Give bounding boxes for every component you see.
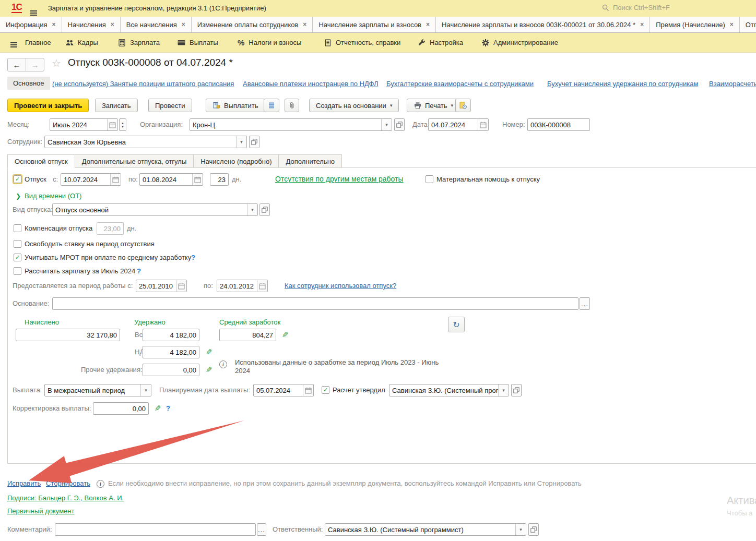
menu-nastroyka[interactable]: Настройка (418, 33, 463, 52)
tab-dopolnitelnye-otpuska[interactable]: Дополнительные отпуска, отгулы (75, 154, 194, 168)
mrot-checkbox[interactable]: ✓ (14, 254, 21, 261)
menu-vyplaty[interactable]: Выплаты (178, 33, 218, 52)
employee-field[interactable]: Савинская Зоя Юрьевна ▾ (44, 136, 247, 148)
create-on-base-button[interactable]: Создать на основании ▾ (309, 99, 399, 112)
nav-osnovnoe[interactable]: Основное (7, 77, 50, 90)
menu-glavnoe[interactable]: Главное (25, 33, 51, 52)
payment-select[interactable]: В межрасчетный период ▾ (44, 384, 151, 396)
chevron-down-icon[interactable]: ▾ (140, 384, 151, 396)
tab-informaciya[interactable]: Информация× (0, 17, 62, 32)
comment-more-button[interactable]: ... (257, 523, 266, 536)
recalculate-button[interactable]: ↻ (448, 317, 465, 332)
org-field[interactable]: Крон-Ц ▾ (190, 118, 392, 131)
time-kind-toggle[interactable]: Вид времени (ОТ) (25, 190, 81, 202)
nav-link-avansovye[interactable]: Авансовые платежи иностранцев по НДФЛ (243, 80, 378, 88)
org-open-button[interactable] (394, 118, 405, 131)
back-button[interactable]: ← (8, 58, 26, 71)
approver-open-button[interactable] (511, 384, 522, 396)
post-button[interactable]: Провести (148, 99, 192, 112)
calc-salary-checkbox[interactable] (14, 267, 21, 275)
global-search[interactable]: Поиск Ctrl+Shift+F (601, 4, 670, 11)
fix-link[interactable]: Исправить (7, 477, 41, 490)
vacation-checkbox[interactable]: ✓ (14, 175, 21, 183)
close-icon[interactable]: × (303, 21, 306, 28)
vacation-to-field[interactable]: 01.08.2024 (139, 173, 203, 186)
nav-link-shtatnoe[interactable]: (не используется) Занятые позиции штатно… (52, 80, 234, 88)
write-button[interactable]: Записать (95, 99, 138, 112)
total-field[interactable]: 4 182,00 (143, 329, 199, 341)
approved-checkbox[interactable]: ✓ (322, 386, 329, 394)
close-icon[interactable]: × (426, 21, 430, 28)
pencil-icon[interactable]: ✎ (206, 346, 212, 358)
comment-field[interactable] (55, 523, 256, 536)
reverse-link[interactable]: Сторнировать (46, 477, 90, 490)
tab-dopolnitelno[interactable]: Дополнительно (278, 154, 342, 168)
month-field[interactable]: Июль 2024 (50, 118, 118, 131)
calendar-icon[interactable] (107, 119, 117, 130)
adjustment-help-icon[interactable]: ? (166, 402, 170, 415)
document-history-button[interactable] (455, 99, 471, 112)
menu-administrirovanie[interactable]: Администрирование (481, 33, 558, 52)
responsible-field[interactable]: Савинская З.Ю. (Системный программист) ▾ (325, 523, 526, 536)
calendar-icon[interactable] (192, 174, 203, 185)
close-icon[interactable]: × (52, 21, 56, 28)
employee-open-button[interactable] (249, 136, 259, 148)
menu-nalogi[interactable]: % Налоги и взносы (238, 33, 301, 52)
material-help-checkbox[interactable] (426, 175, 433, 183)
compensation-days-field[interactable]: 23,00 (97, 222, 124, 235)
mrot-help-icon[interactable]: ? (191, 251, 195, 264)
basis-more-button[interactable]: ... (580, 297, 590, 310)
date-field[interactable]: 04.07.2024 (428, 118, 489, 131)
chevron-down-icon[interactable]: ▾ (247, 204, 257, 215)
forward-button[interactable]: → (26, 58, 44, 71)
chevron-down-icon[interactable]: ▾ (236, 136, 246, 148)
menu-otchetnost[interactable]: Отчетность, справки (324, 33, 400, 52)
chevron-down-icon[interactable]: ▾ (498, 384, 509, 396)
nav-link-buhgalterskie[interactable]: Бухгалтерские взаиморасчеты с сотрудника… (386, 80, 534, 88)
attachments-button[interactable] (285, 99, 299, 112)
ndfl-field[interactable]: 4 182,00 (143, 346, 199, 358)
pencil-icon[interactable]: ✎ (206, 364, 212, 376)
vacation-from-field[interactable]: 10.07.2024 (61, 173, 121, 186)
close-icon[interactable]: × (730, 21, 734, 28)
tab-nachislenie-zarplaty[interactable]: Начисление зарплаты и взносов× (313, 17, 436, 32)
vacation-usage-link[interactable]: Как сотрудник использовал отпуск? (285, 280, 396, 292)
plan-date-field[interactable]: 05.07.2024 (253, 384, 314, 396)
month-stepper[interactable]: ▴▾ (119, 118, 126, 131)
print-button[interactable]: Печать ▾ (407, 99, 460, 112)
tab-nachislenie-003k[interactable]: Начисление зарплаты и взносов 003К-00002… (436, 17, 650, 32)
tab-vse-nachisleniya[interactable]: Все начисления× (121, 17, 192, 32)
calendar-icon[interactable] (110, 174, 121, 185)
menu-kadry[interactable]: Кадры (66, 33, 98, 52)
tab-nachisleno-podrobno[interactable]: Начислено (подробно) (193, 154, 279, 168)
basis-field[interactable] (52, 297, 578, 310)
calendar-icon[interactable] (478, 119, 488, 130)
pencil-icon[interactable]: ✎ (155, 402, 161, 415)
accrued-field[interactable]: 32 170,80 (16, 329, 120, 341)
calendar-icon[interactable] (303, 384, 313, 396)
chevron-down-icon[interactable]: ▾ (515, 524, 526, 535)
absences-other-jobs-link[interactable]: Отсутствия по другим местам работы (275, 175, 404, 183)
chevron-down-icon[interactable]: ▾ (381, 119, 392, 130)
payment-list-button[interactable] (264, 99, 279, 112)
sections-panel-icon[interactable] (10, 33, 17, 52)
pencil-icon[interactable]: ✎ (282, 329, 289, 341)
avg-earnings-field[interactable]: 804,27 (219, 329, 276, 341)
calendar-icon[interactable] (176, 280, 186, 292)
period-from-field[interactable]: 25.01.2010 (136, 280, 187, 292)
vacation-kind-open-button[interactable] (259, 203, 270, 216)
close-icon[interactable]: × (182, 21, 185, 28)
adjustment-field[interactable]: 0,00 (93, 402, 149, 415)
responsible-open-button[interactable] (528, 523, 539, 536)
approver-field[interactable]: Савинская З.Ю. (Системный прог ▾ (389, 384, 509, 396)
nav-link-buhuchet[interactable]: Бухучет начисления удержания по сотрудни… (547, 80, 698, 88)
other-withholdings-field[interactable]: 0,00 (143, 364, 199, 376)
tab-izmenenie-oplaty[interactable]: Изменение оплаты сотрудников× (192, 17, 313, 32)
calendar-icon[interactable] (257, 280, 267, 292)
close-icon[interactable]: × (640, 21, 644, 28)
vacation-kind-field[interactable]: Отпуск основной ▾ (52, 203, 258, 216)
primary-document-link[interactable]: Первичный документ (7, 505, 74, 518)
vacation-days-field[interactable]: 23 (210, 173, 229, 186)
close-icon[interactable]: × (111, 21, 114, 28)
tab-nachisleniya[interactable]: Начисления× (62, 17, 121, 32)
